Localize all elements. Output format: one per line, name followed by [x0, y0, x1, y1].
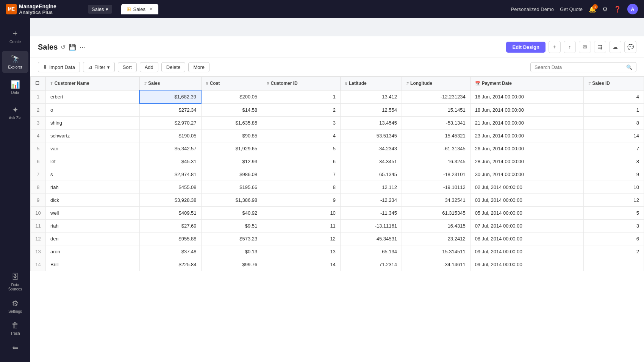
row-number[interactable]: 2: [31, 103, 46, 117]
payment-date-cell[interactable]: 26 Jun, 2014 00:00:00: [470, 142, 584, 155]
cost-cell[interactable]: $99.76: [201, 258, 262, 271]
sales-id-cell[interactable]: 2: [584, 245, 644, 258]
row-number[interactable]: 12: [31, 232, 46, 245]
longitude-cell[interactable]: -19.10112: [402, 181, 470, 194]
sales-cell[interactable]: $2,974.81: [139, 168, 201, 181]
sales-id-cell[interactable]: 8: [584, 155, 644, 168]
customer-name-cell[interactable]: erbert: [46, 90, 140, 103]
customer-id-cell[interactable]: 4: [262, 130, 341, 142]
latitude-cell[interactable]: 65.1345: [340, 168, 402, 181]
row-number[interactable]: 13: [31, 245, 46, 258]
customer-name-cell[interactable]: den: [46, 232, 140, 245]
longitude-cell[interactable]: -53.1341: [402, 117, 470, 130]
row-number[interactable]: 14: [31, 258, 46, 271]
latitude-cell[interactable]: -12.234: [340, 194, 402, 207]
payment-date-cell[interactable]: 28 Jun, 2014 00:00:00: [470, 155, 584, 168]
latitude-cell[interactable]: 13.4545: [340, 117, 402, 130]
customer-name-cell[interactable]: o: [46, 103, 140, 117]
sales-cell[interactable]: $3,928.38: [139, 194, 201, 207]
tab-close-icon[interactable]: ✕: [149, 6, 153, 12]
payment-date-cell[interactable]: 18 Jun, 2014 00:00:00: [470, 103, 584, 117]
sales-id-cell[interactable]: 8: [584, 117, 644, 130]
customer-id-cell[interactable]: 12: [262, 232, 341, 245]
latitude-cell[interactable]: 65.134: [340, 245, 402, 258]
longitude-cell[interactable]: 15.45321: [402, 130, 470, 142]
customer-name-cell[interactable]: let: [46, 155, 140, 168]
sales-cell[interactable]: $45.31: [139, 155, 201, 168]
longitude-cell[interactable]: 61.315345: [402, 207, 470, 220]
longitude-cell[interactable]: -61.31345: [402, 142, 470, 155]
sales-cell[interactable]: $2,970.27: [139, 117, 201, 130]
sidebar-item-trash[interactable]: 🗑 Trash: [2, 317, 28, 339]
sales-cell[interactable]: $225.84: [139, 258, 201, 271]
sidebar-item-back[interactable]: ⇐: [2, 339, 28, 356]
cost-cell[interactable]: $573.23: [201, 232, 262, 245]
customer-id-cell[interactable]: 2: [262, 103, 341, 117]
help-icon[interactable]: ❓: [614, 6, 621, 13]
sales-id-cell[interactable]: [584, 258, 644, 271]
sales-cell[interactable]: $455.08: [139, 181, 201, 194]
customer-id-cell[interactable]: 1: [262, 90, 341, 103]
search-input[interactable]: [535, 64, 624, 70]
comment-button[interactable]: 💬: [624, 41, 636, 53]
upload-button[interactable]: ☁: [609, 41, 621, 53]
row-number[interactable]: 10: [31, 207, 46, 220]
row-number[interactable]: 6: [31, 155, 46, 168]
customer-id-cell[interactable]: 6: [262, 155, 341, 168]
sales-id-cell[interactable]: 6: [584, 232, 644, 245]
cost-cell[interactable]: $195.66: [201, 181, 262, 194]
payment-date-cell[interactable]: 23 Jun, 2014 00:00:00: [470, 130, 584, 142]
edit-design-button[interactable]: Edit Design: [506, 42, 546, 53]
sales-cell[interactable]: $272.34: [139, 103, 201, 117]
customer-id-cell[interactable]: 14: [262, 258, 341, 271]
row-number[interactable]: 5: [31, 142, 46, 155]
personalized-demo-link[interactable]: Personalized Demo: [511, 6, 554, 12]
sales-cell[interactable]: $37.48: [139, 245, 201, 258]
customer-id-cell[interactable]: 5: [262, 142, 341, 155]
customer-name-cell[interactable]: s: [46, 168, 140, 181]
payment-date-cell[interactable]: 21 Jun, 2014 00:00:00: [470, 117, 584, 130]
more-button[interactable]: More: [188, 62, 209, 72]
longitude-cell[interactable]: -12.231234: [402, 90, 470, 103]
payment-date-cell[interactable]: 09 Jul, 2014 00:00:00: [470, 258, 584, 271]
customer-name-cell[interactable]: van: [46, 142, 140, 155]
add-view-button[interactable]: ＋: [549, 41, 561, 53]
col-header-sales[interactable]: # Sales: [139, 77, 201, 90]
cost-cell[interactable]: $986.08: [201, 168, 262, 181]
sidebar-item-create[interactable]: ＋ Create: [2, 24, 28, 48]
customer-name-cell[interactable]: riah: [46, 181, 140, 194]
import-data-button[interactable]: ⬇ Import Data: [38, 62, 80, 72]
sales-nav-item[interactable]: Sales ▾: [88, 5, 112, 14]
latitude-cell[interactable]: -11.345: [340, 207, 402, 220]
latitude-cell[interactable]: -34.2343: [340, 142, 402, 155]
sidebar-item-settings[interactable]: ⚙ Settings: [2, 295, 28, 317]
sales-id-cell[interactable]: 12: [584, 194, 644, 207]
filter-button[interactable]: ⊿ Filter ▾: [83, 62, 115, 72]
longitude-cell[interactable]: -34.14611: [402, 258, 470, 271]
settings-gear-icon[interactable]: ⚙: [602, 6, 608, 13]
cost-cell[interactable]: $14.58: [201, 103, 262, 117]
customer-name-cell[interactable]: dick: [46, 194, 140, 207]
longitude-cell[interactable]: 23.2412: [402, 232, 470, 245]
customer-name-cell[interactable]: aron: [46, 245, 140, 258]
export-button[interactable]: ↑: [564, 41, 576, 53]
customer-id-cell[interactable]: 13: [262, 245, 341, 258]
customer-name-cell[interactable]: Brill: [46, 258, 140, 271]
customer-name-cell[interactable]: well: [46, 207, 140, 220]
row-number[interactable]: 3: [31, 117, 46, 130]
customer-name-cell[interactable]: riah: [46, 220, 140, 232]
payment-date-cell[interactable]: 08 Jul, 2014 00:00:00: [470, 232, 584, 245]
sales-cell[interactable]: $409.51: [139, 207, 201, 220]
col-header-cost[interactable]: # Cost: [201, 77, 262, 90]
customer-id-cell[interactable]: 11: [262, 220, 341, 232]
sidebar-item-data[interactable]: 📊 Data: [2, 76, 28, 98]
search-icon[interactable]: 🔍: [626, 64, 632, 70]
sales-id-cell[interactable]: 4: [584, 90, 644, 103]
col-header-sales-id[interactable]: # Sales ID: [584, 77, 644, 90]
payment-date-cell[interactable]: 16 Jun, 2014 00:00:00: [470, 90, 584, 103]
sales-cell[interactable]: $5,342.57: [139, 142, 201, 155]
sales-id-cell[interactable]: 1: [584, 103, 644, 117]
refresh-icon[interactable]: ↺: [61, 44, 66, 51]
latitude-cell[interactable]: -13.11161: [340, 220, 402, 232]
col-header-customer-name[interactable]: T Customer Name: [46, 77, 140, 90]
